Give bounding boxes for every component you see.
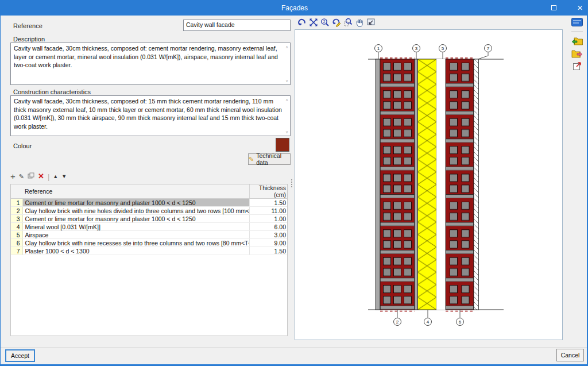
layer-thickness[interactable]: 11.00 <box>249 207 288 215</box>
callout-label: 3 <box>415 46 418 51</box>
callout-label: 4 <box>427 319 430 325</box>
layer-reference[interactable]: Airspace <box>22 231 249 239</box>
technical-data-button[interactable]: ✎ Technical data <box>248 153 291 165</box>
move-up-icon[interactable]: ▲ <box>53 172 58 180</box>
copy-icon[interactable] <box>28 172 34 181</box>
layer-thickness[interactable]: 9.00 <box>249 239 288 247</box>
layer-row-number: 7 <box>11 247 22 255</box>
layer-insulation[interactable] <box>418 59 437 310</box>
layer-rendering[interactable] <box>376 59 380 310</box>
footer-divider <box>1 347 588 348</box>
table-row[interactable]: 6 Clay hollow brick with nine recesses s… <box>11 239 288 247</box>
description-label: Description <box>13 36 45 43</box>
scroll-up-icon[interactable]: ∧ <box>285 45 288 49</box>
layer-thickness[interactable]: 6.00 <box>249 223 288 231</box>
panel-splitter[interactable] <box>290 178 293 193</box>
colour-label: Colour <box>13 142 32 149</box>
layer-row-number: 2 <box>11 207 22 215</box>
callout-label: 6 <box>459 319 462 325</box>
external-window-icon[interactable] <box>571 61 583 71</box>
move-down-icon[interactable]: ▼ <box>61 172 67 180</box>
callout-label: 5 <box>442 46 444 51</box>
callout-label: 7 <box>487 46 490 51</box>
table-header: Reference Thickness (cm) <box>11 184 288 199</box>
layer-reference[interactable]: Clay hollow brick with nine holes divide… <box>22 207 249 215</box>
redraw-edit-icon[interactable] <box>331 17 341 27</box>
construction-textarea[interactable]: Cavity wall facade, 30cm thickness, comp… <box>10 95 291 136</box>
dock-panel-icon[interactable] <box>571 17 583 27</box>
maximize-button[interactable] <box>548 2 559 14</box>
layer-external-leaf[interactable] <box>380 59 415 310</box>
callout-label: 2 <box>396 319 399 325</box>
reference-input[interactable]: Cavity wall facade <box>183 20 291 31</box>
wall-section-drawing[interactable]: 1 3 5 7 2 4 6 <box>295 29 563 340</box>
delete-icon[interactable]: ✕ <box>38 172 44 180</box>
layer-reference[interactable]: Plaster 1000 < d < 1300 <box>22 247 249 255</box>
view-toolbar: 2 <box>297 17 376 27</box>
colour-swatch[interactable] <box>276 138 289 152</box>
redraw-icon[interactable] <box>297 17 307 27</box>
layer-reference[interactable]: Clay hollow brick with nine recesses ste… <box>22 239 249 247</box>
facades-dialog: Façades ✕ Reference Cavity wall facade D… <box>0 0 588 366</box>
callout-label: 1 <box>377 46 380 51</box>
maximize-icon <box>551 5 556 10</box>
layer-reference[interactable]: Cement or lime mortar for masonry and pl… <box>22 215 249 223</box>
table-row[interactable]: 7 Plaster 1000 < d < 1300 1.50 <box>11 247 288 255</box>
callouts-bottom: 2 4 6 <box>394 310 464 326</box>
layer-row-number: 4 <box>11 223 22 231</box>
table-row[interactable]: 2 Clay hollow brick with nine holes divi… <box>11 207 288 215</box>
layer-thickness[interactable]: 1.50 <box>249 247 288 255</box>
zoom-all-icon[interactable] <box>308 17 318 27</box>
full-screen-icon[interactable] <box>366 17 376 27</box>
table-row[interactable]: 4 Mineral wool [0.031 W/[mK]] 6.00 <box>11 223 288 231</box>
description-textarea[interactable]: Cavity wall facade, 30cm thickness, comp… <box>10 43 291 85</box>
scroll-down-icon[interactable]: ∨ <box>285 79 288 83</box>
cancel-button[interactable]: Cancel <box>556 349 584 361</box>
table-row[interactable]: 3 Cement or lime mortar for masonry and … <box>11 215 288 223</box>
wall-layers <box>376 59 479 310</box>
add-icon[interactable]: + <box>10 172 16 180</box>
reference-label: Reference <box>13 22 42 29</box>
zoom-previous-icon[interactable]: 2 <box>320 17 330 27</box>
col-thickness[interactable]: Thickness (cm) <box>249 184 288 199</box>
layer-mortar[interactable] <box>415 59 418 310</box>
toolbar-divider <box>571 31 583 32</box>
export-icon[interactable] <box>571 48 583 58</box>
layer-row-number: 5 <box>11 231 22 239</box>
layers-toolbar: + ✎ ✕ | ▲ ▼ <box>10 171 67 182</box>
close-button[interactable]: ✕ <box>574 2 586 14</box>
side-toolbar <box>570 17 585 71</box>
table-row[interactable]: 1 Cement or lime mortar for masonry and … <box>11 199 288 207</box>
layer-row-number: 6 <box>11 239 22 247</box>
layer-row-number: 1 <box>11 199 22 207</box>
pan-icon[interactable] <box>354 17 364 27</box>
edit-icon[interactable]: ✎ <box>19 172 24 180</box>
pencil-icon: ✎ <box>249 156 254 163</box>
layer-thickness[interactable]: 3.00 <box>249 231 288 239</box>
layer-reference[interactable]: Mineral wool [0.031 W/[mK]] <box>22 223 249 231</box>
scroll-down-icon[interactable]: ∨ <box>285 130 288 134</box>
toolbar-divider: | <box>48 172 49 181</box>
layer-airspace[interactable] <box>436 59 446 310</box>
col-reference[interactable]: Reference <box>22 184 249 199</box>
layer-row-number: 3 <box>11 215 22 223</box>
construction-label: Construction characteristics <box>13 88 91 95</box>
zoom-window-icon[interactable] <box>343 17 353 27</box>
layers-table: Reference Thickness (cm) 1 Cement or lim… <box>10 184 288 336</box>
import-icon[interactable] <box>571 36 583 45</box>
layer-thickness[interactable]: 1.00 <box>249 215 288 223</box>
close-icon: ✕ <box>577 4 583 12</box>
titlebar[interactable]: Façades ✕ <box>0 0 588 16</box>
svg-text:2: 2 <box>323 20 325 24</box>
callouts-top: 1 3 5 7 <box>375 45 492 60</box>
layer-plaster[interactable] <box>474 59 479 310</box>
scroll-up-icon[interactable]: ∧ <box>285 98 288 102</box>
table-row[interactable]: 5 Airspace 3.00 <box>11 231 288 239</box>
layer-thickness[interactable]: 1.50 <box>249 199 288 207</box>
layer-internal-leaf[interactable] <box>446 59 474 310</box>
window-title: Façades <box>0 4 588 12</box>
accept-button[interactable]: Accept <box>5 349 35 362</box>
layer-reference[interactable]: Cement or lime mortar for masonry and pl… <box>22 199 249 207</box>
